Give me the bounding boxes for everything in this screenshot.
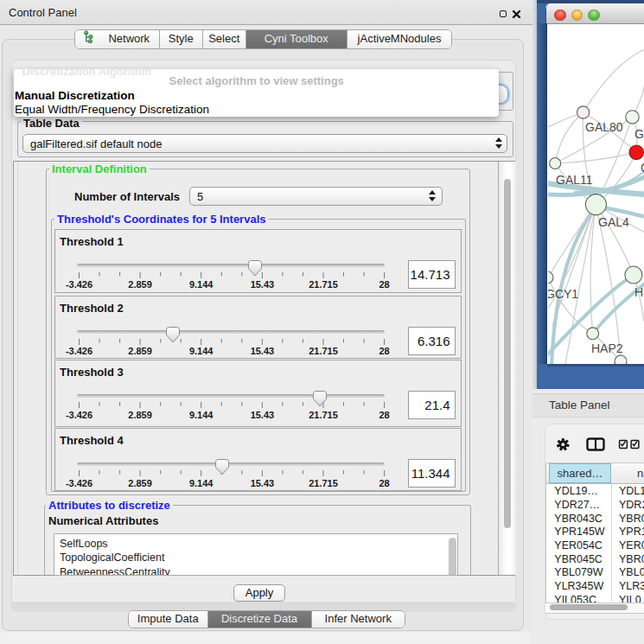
svg-text:GAL4: GAL4 [598,215,629,229]
svg-text:GCY1: GCY1 [548,287,578,301]
svg-text:GAL80: GAL80 [585,120,623,134]
svg-text:C: C [641,161,644,175]
svg-text:GAL11: GAL11 [556,173,593,187]
svg-text:GA: GA [634,127,644,141]
svg-text:H: H [634,285,643,299]
svg-text:HAP2: HAP2 [591,341,623,355]
